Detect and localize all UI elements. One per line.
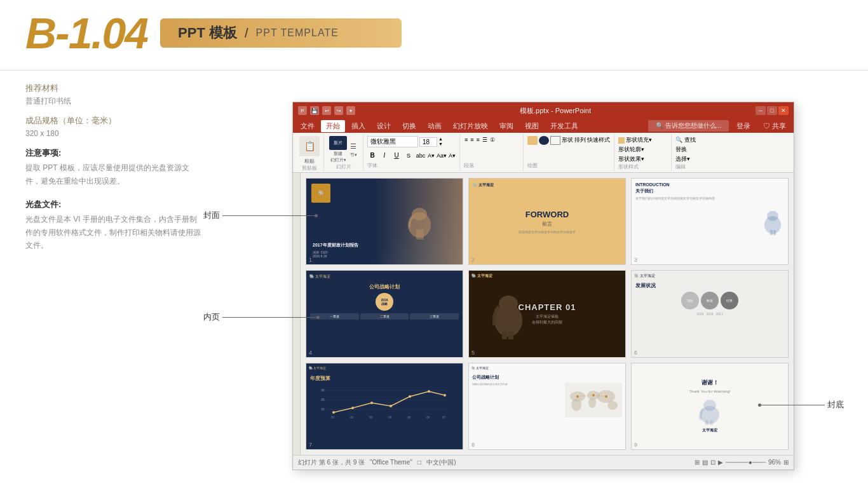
font-size-increase[interactable]: Aa▾: [437, 152, 447, 159]
ppt-window: P 💾 ↩ ↪ ▾ 模板.pptx - PowerPoint ─ □ ✕ 文件 …: [292, 102, 794, 470]
shape-effect-btn[interactable]: 形状效果▾: [618, 155, 667, 163]
find-button[interactable]: 🔍 查找: [675, 136, 696, 144]
new-slide-button[interactable]: 新片 新建 幻灯片▾: [329, 136, 347, 163]
shape-fill-btn[interactable]: 形状填充▾: [618, 136, 667, 144]
shape-outline-btn[interactable]: 形状轮廓▾: [618, 146, 667, 154]
font-size-decrease[interactable]: A▾: [449, 152, 456, 159]
underline-button[interactable]: U: [391, 151, 402, 160]
status-bar: 幻灯片 第 6 张，共 9 张 "Office Theme" □ 中文(中国) …: [293, 455, 794, 469]
slide6-labels: 2015 2016 2017: [635, 312, 784, 316]
slide8-title: 公司战略计划: [472, 374, 622, 381]
theme-name: "Office Theme": [370, 459, 412, 466]
slides-group-label: 幻灯片: [336, 163, 351, 170]
svg-rect-6: [770, 230, 773, 235]
strikethrough-button[interactable]: S: [403, 151, 414, 160]
svg-rect-10: [502, 332, 507, 339]
share-button[interactable]: ♡ 共享: [758, 120, 791, 132]
replace-button[interactable]: 替换: [675, 146, 696, 154]
menu-right: 🔍 告诉您您想做什么... 登录 ♡ 共享: [648, 120, 791, 132]
close-button[interactable]: ✕: [778, 106, 789, 115]
slide6-circle2: 数据: [701, 292, 719, 309]
italic-button[interactable]: I: [379, 151, 390, 160]
login-button[interactable]: 登录: [731, 120, 756, 132]
paste-button[interactable]: 📋: [299, 136, 320, 156]
menu-home[interactable]: 开始: [321, 120, 345, 132]
quick-styles-button[interactable]: 快速样式: [587, 136, 610, 145]
font-size-spinner[interactable]: ▲ ▼: [438, 137, 443, 147]
align-right-button[interactable]: ≡: [476, 136, 480, 144]
page-code: B-1.04: [25, 11, 147, 55]
shape3[interactable]: [550, 136, 560, 145]
slide-thumb-4[interactable]: 🐘 太平海淀 公司战略计划 2018战略 一季度 二季度 三季度 4: [306, 270, 463, 357]
svg-text:Q5: Q5: [407, 416, 411, 419]
ribbon-toolbar: 📋 粘贴 剪贴板 新片 新建 幻灯片▾ ☰ 节▾: [293, 133, 794, 173]
svg-point-22: [409, 395, 411, 398]
slide-thumb-2[interactable]: 🐘 太平海淀 FORWORD 前言 前言内容文字示例文字示例文字示例文字 2: [468, 178, 626, 265]
menu-transition[interactable]: 切换: [397, 120, 421, 132]
view-slide-btn[interactable]: ▤: [702, 459, 708, 466]
slide-thumb-8[interactable]: 🐘 太平海淀 公司战略计划 战略计划详细内容介绍文字内容: [468, 363, 626, 450]
svg-rect-11: [508, 332, 513, 339]
elephant-icon-3: [762, 207, 784, 236]
search-box[interactable]: 🔍 告诉您您想做什么...: [648, 120, 729, 132]
slide9-thanks: 谢谢！: [702, 379, 719, 387]
view-normal-btn[interactable]: ⊞: [695, 459, 700, 466]
menu-design[interactable]: 设计: [372, 120, 396, 132]
font-size-input[interactable]: 18: [419, 137, 437, 147]
undo-icon[interactable]: ↩: [322, 106, 331, 115]
menu-view[interactable]: 视图: [520, 120, 544, 132]
select-button[interactable]: 选择▾: [675, 155, 696, 163]
ppt-icon: P: [298, 106, 307, 115]
slide4-title: 公司战略计划: [310, 283, 459, 290]
shape-fill-button[interactable]: 形状: [562, 136, 573, 145]
shape2[interactable]: [539, 136, 549, 145]
slide-thumb-1[interactable]: 🐘 2017年度财政计划报告 演讲: CEO2016.9.19: [306, 178, 463, 265]
redo-icon[interactable]: ↪: [334, 106, 343, 115]
banner-title-en: PPT TEMPLATE: [256, 27, 339, 39]
slide9-thankyou: Thank You for Watching!: [689, 390, 730, 393]
slide-thumb-7[interactable]: 🐘 太平海淀 年度预算 30 20 10: [306, 363, 463, 450]
text-shadow-button[interactable]: abc: [416, 151, 426, 160]
restore-button[interactable]: □: [767, 106, 777, 115]
banner-title-zh: PPT 模板: [178, 24, 237, 43]
bullet-button[interactable]: ☰: [482, 136, 488, 144]
menu-developer[interactable]: 开发工具: [545, 120, 583, 132]
svg-point-34: [571, 398, 581, 411]
view-slideshow-btn[interactable]: ▶: [718, 459, 723, 466]
slide3-en-title: INTRODUCTION: [635, 182, 759, 187]
section-button[interactable]: ☰ 节▾: [349, 141, 358, 158]
align-left-button[interactable]: ≡: [464, 136, 468, 144]
minimize-button[interactable]: ─: [756, 106, 766, 115]
svg-point-18: [332, 411, 335, 414]
menu-insert[interactable]: 插入: [346, 120, 370, 132]
slide-number-4: 4: [309, 349, 312, 356]
font-name-input[interactable]: 微软雅黑: [367, 136, 418, 147]
clipboard-group-label: 剪贴板: [302, 165, 317, 172]
save-icon[interactable]: 💾: [310, 106, 319, 115]
arrange-button[interactable]: 排列: [574, 136, 586, 145]
menu-review[interactable]: 审阅: [494, 120, 519, 132]
material-label: 推荐材料: [25, 83, 203, 94]
slide-thumb-6[interactable]: 🐘 太平海淀 发展状况 项目 数据 结果 2015 2016 2017 6: [631, 270, 789, 357]
slide1-title-text: 2017年度财政计划报告: [313, 242, 358, 248]
view-reading-btn[interactable]: ⊡: [710, 459, 715, 466]
align-center-button[interactable]: ≡: [470, 136, 474, 144]
back-annotation-line: [761, 405, 825, 405]
svg-text:Q6: Q6: [426, 416, 430, 419]
slide-number-2: 2: [471, 257, 475, 263]
page-title-banner: PPT 模板 / PPT TEMPLATE: [160, 18, 402, 48]
back-annotation-label: 封底: [827, 399, 844, 410]
zoom-slider[interactable]: ─────●───: [726, 459, 766, 466]
bold-button[interactable]: B: [367, 151, 377, 160]
fit-window-btn[interactable]: ⊞: [783, 459, 789, 466]
slide-thumb-3[interactable]: INTRODUCTION 关于我们 关于我们的介绍内容文字示例示例文字示例文字示…: [631, 178, 789, 265]
menu-animation[interactable]: 动画: [423, 120, 447, 132]
font-color-button[interactable]: A▾: [428, 152, 435, 159]
svg-text:10: 10: [321, 407, 325, 411]
slide-thumb-5[interactable]: 🐘 太平海淀 CHAPTER 01 太平海: [468, 270, 626, 357]
menu-slideshow[interactable]: 幻灯片放映: [448, 120, 493, 132]
numbering-button[interactable]: ①: [489, 136, 496, 144]
shape1[interactable]: [527, 136, 538, 145]
customize-icon[interactable]: ▾: [346, 106, 355, 115]
menu-file[interactable]: 文件: [295, 120, 320, 132]
